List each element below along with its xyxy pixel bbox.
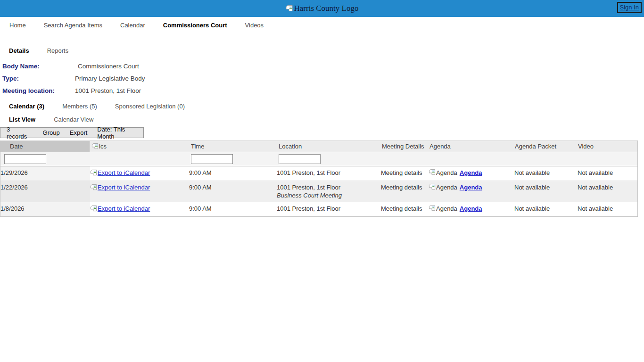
- video-status: Not available: [578, 166, 636, 181]
- col-header-ics[interactable]: ics: [90, 143, 189, 150]
- meeting-details-text: Meeting details: [381, 202, 429, 216]
- meeting-date: 1/8/2026: [0, 202, 90, 216]
- col-header-video[interactable]: Video: [578, 143, 636, 150]
- meeting-location: 1001 Preston, 1st Floor Business Court M…: [277, 181, 381, 202]
- body-name-value: Commissioners Court: [75, 60, 139, 73]
- export-to-icalendar-link[interactable]: Export to iCalendar: [90, 205, 150, 213]
- col-header-location[interactable]: Location: [277, 143, 381, 150]
- body-info: Body Name: Commissioners Court Type: Pri…: [2, 60, 644, 97]
- agenda-link[interactable]: Agenda: [460, 183, 482, 191]
- col-header-agenda-packet[interactable]: Agenda Packet: [514, 143, 578, 150]
- agenda-packet-status: Not available: [514, 166, 578, 181]
- col-header-time[interactable]: Time: [189, 143, 277, 150]
- agenda-alt-text: Agenda: [436, 205, 457, 213]
- tab-members-count[interactable]: Members (5): [62, 103, 97, 110]
- meeting-details-text: Meeting details: [381, 166, 429, 181]
- agenda-link[interactable]: Agenda: [460, 205, 482, 213]
- page-tabs: Details Reports: [9, 47, 644, 54]
- table-header-row: Date ics Time Location Meeting Details A…: [0, 141, 637, 152]
- group-button[interactable]: Group: [43, 129, 60, 136]
- export-to-icalendar-link[interactable]: Export to iCalendar: [90, 183, 150, 191]
- table-row: 1/22/2026 Export to iCalendar 9:00 AM 10…: [0, 181, 637, 202]
- col-header-agenda[interactable]: Agenda: [429, 143, 514, 150]
- agenda-alt-text: Agenda: [436, 169, 457, 177]
- site-logo[interactable]: Harris County Logo: [286, 4, 359, 13]
- main-nav: Home Search Agenda Items Calendar Commis…: [0, 17, 644, 33]
- ics-alt-text: ics: [99, 143, 107, 150]
- type-value: Primary Legislative Body: [75, 73, 145, 85]
- tab-sponsored-legislation-count[interactable]: Sponsored Legislation (0): [115, 103, 185, 110]
- meeting-details-text: Meeting details: [381, 181, 429, 202]
- tab-reports[interactable]: Reports: [47, 47, 69, 54]
- date-filter-button[interactable]: Date: This Month: [97, 126, 143, 140]
- tab-calendar-view[interactable]: Calendar View: [54, 116, 93, 123]
- broken-image-icon: [429, 183, 436, 190]
- col-header-date[interactable]: Date: [0, 141, 90, 152]
- sign-in-link[interactable]: Sign In: [620, 4, 639, 11]
- info-row-type: Type: Primary Legislative Body: [2, 73, 644, 85]
- meeting-location-label: Meeting location:: [2, 85, 75, 97]
- meeting-time: 9:00 AM: [189, 181, 277, 202]
- meeting-time: 9:00 AM: [189, 166, 277, 181]
- meeting-location: 1001 Preston, 1st Floor: [277, 202, 381, 216]
- agenda-alt-text: Agenda: [436, 183, 457, 191]
- body-name-label: Body Name:: [2, 60, 75, 73]
- date-filter-input[interactable]: [4, 154, 46, 164]
- records-count: 3 records: [7, 126, 32, 140]
- meeting-location-value: 1001 Preston, 1st Floor: [75, 85, 141, 97]
- broken-image-icon: [429, 205, 436, 212]
- broken-image-icon: [90, 205, 97, 212]
- table-row: 1/29/2026 Export to iCalendar 9:00 AM 10…: [0, 166, 637, 181]
- meeting-date: 1/29/2026: [0, 166, 90, 181]
- type-label: Type:: [2, 73, 75, 85]
- agenda-link[interactable]: Agenda: [460, 169, 482, 177]
- tab-details[interactable]: Details: [9, 47, 29, 54]
- broken-image-icon: [90, 184, 97, 191]
- sign-in-button[interactable]: Sign In: [617, 2, 642, 13]
- nav-videos[interactable]: Videos: [245, 22, 264, 29]
- view-tabs: List View Calendar View: [9, 116, 644, 123]
- info-row-body-name: Body Name: Commissioners Court: [2, 60, 644, 73]
- tab-list-view[interactable]: List View: [9, 116, 35, 123]
- meeting-location-note: Business Court Meeting: [277, 191, 379, 199]
- table-row: 1/8/2026 Export to iCalendar 9:00 AM 100…: [0, 202, 637, 216]
- meetings-table: Date ics Time Location Meeting Details A…: [0, 140, 638, 217]
- nav-search-agenda-items[interactable]: Search Agenda Items: [44, 22, 102, 29]
- nav-home[interactable]: Home: [9, 22, 26, 29]
- col-header-meeting-details[interactable]: Meeting Details: [381, 143, 429, 150]
- broken-image-icon: [429, 169, 436, 176]
- tab-calendar-count[interactable]: Calendar (3): [9, 103, 44, 110]
- grid-toolbar: 3 records Group Export Date: This Month: [0, 127, 144, 138]
- meeting-location: 1001 Preston, 1st Floor: [277, 166, 381, 181]
- nav-commissioners-court[interactable]: Commissioners Court: [163, 22, 227, 29]
- export-button[interactable]: Export: [70, 129, 88, 136]
- meeting-date: 1/22/2026: [0, 181, 90, 202]
- video-status: Not available: [578, 181, 636, 202]
- export-to-icalendar-link[interactable]: Export to iCalendar: [90, 169, 150, 177]
- section-tabs: Calendar (3) Members (5) Sponsored Legis…: [9, 103, 644, 110]
- logo-alt-text: Harris County Logo: [294, 4, 359, 13]
- location-filter-input[interactable]: [279, 154, 321, 164]
- top-bar: Harris County Logo Sign In: [0, 0, 644, 17]
- broken-image-icon: [286, 5, 293, 12]
- nav-calendar[interactable]: Calendar: [120, 22, 145, 29]
- time-filter-input[interactable]: [191, 154, 233, 164]
- broken-image-icon: [91, 143, 99, 150]
- video-status: Not available: [578, 202, 636, 216]
- table-filter-row: [0, 152, 637, 166]
- agenda-packet-status: Not available: [514, 181, 578, 202]
- meeting-time: 9:00 AM: [189, 202, 277, 216]
- agenda-packet-status: Not available: [514, 202, 578, 216]
- broken-image-icon: [90, 169, 97, 176]
- info-row-meeting-location: Meeting location: 1001 Preston, 1st Floo…: [2, 85, 644, 97]
